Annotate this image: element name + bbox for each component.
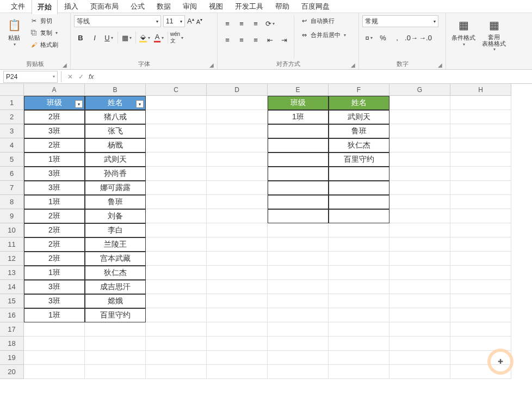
cell-E9[interactable] [268, 209, 329, 223]
menu-item-9[interactable]: 帮助 [270, 0, 295, 14]
cell-C6[interactable] [146, 167, 207, 181]
cell-G16[interactable] [389, 308, 450, 322]
col-header-D[interactable]: D [207, 84, 268, 96]
cell-C10[interactable] [146, 223, 207, 237]
cell-A15[interactable]: 3班 [24, 294, 85, 308]
cell-F18[interactable] [329, 337, 389, 351]
table-format-button[interactable]: ▦ 套用 表格格式 [480, 15, 508, 54]
cell-C17[interactable] [146, 322, 207, 337]
row-header-4[interactable]: 4 [0, 138, 24, 152]
name-box[interactable]: P24▾ [3, 71, 58, 83]
row-header-6[interactable]: 6 [0, 167, 24, 181]
cell-B11[interactable]: 兰陵王 [85, 237, 146, 252]
cell-F5[interactable]: 百里守约 [329, 152, 389, 167]
cell-H12[interactable] [450, 252, 511, 266]
cell-B4[interactable]: 杨戬 [85, 138, 146, 152]
filter-icon[interactable]: ▾ [75, 100, 83, 108]
cell-G13[interactable] [389, 266, 450, 280]
dialog-launcher-icon[interactable]: ◢ [209, 62, 214, 68]
dialog-launcher-icon[interactable]: ◢ [63, 62, 67, 68]
align-top-icon[interactable]: ≡ [221, 17, 234, 29]
cell-C1[interactable] [146, 96, 207, 110]
menu-item-3[interactable]: 页面布局 [85, 0, 124, 14]
cell-A1[interactable]: 班级▾ [24, 96, 85, 110]
cell-E19[interactable] [268, 351, 329, 365]
dialog-launcher-icon[interactable]: ◢ [438, 62, 442, 68]
cell-G1[interactable] [389, 96, 450, 110]
cell-E13[interactable] [268, 266, 329, 280]
row-header-19[interactable]: 19 [0, 351, 24, 365]
cell-B15[interactable]: 嫦娥 [85, 294, 146, 308]
font-color-button[interactable]: A [152, 32, 165, 44]
cell-B14[interactable]: 成吉思汗 [85, 280, 146, 294]
cell-D11[interactable] [207, 237, 268, 252]
border-button[interactable]: ▦ [120, 32, 133, 44]
cell-E8[interactable] [268, 195, 329, 209]
cell-B10[interactable]: 李白 [85, 223, 146, 237]
cancel-formula-button[interactable]: ✕ [65, 71, 76, 82]
cut-button[interactable]: ✂剪切 [27, 15, 60, 26]
decrease-indent-icon[interactable]: ⇤ [263, 34, 276, 46]
menu-item-4[interactable]: 公式 [125, 0, 150, 14]
cell-G17[interactable] [389, 322, 450, 337]
cell-C3[interactable] [146, 124, 207, 138]
cell-D20[interactable] [207, 365, 268, 379]
cell-B18[interactable] [85, 337, 146, 351]
col-header-E[interactable]: E [268, 84, 329, 96]
cell-F10[interactable] [329, 223, 389, 237]
col-header-A[interactable]: A [24, 84, 85, 96]
cell-H9[interactable] [450, 209, 511, 223]
cell-H11[interactable] [450, 237, 511, 252]
cell-A2[interactable]: 2班 [24, 110, 85, 124]
cell-D6[interactable] [207, 167, 268, 181]
fx-icon[interactable]: fx [89, 73, 94, 81]
row-header-15[interactable]: 15 [0, 294, 24, 308]
format-painter-button[interactable]: 🖌格式刷 [27, 39, 60, 50]
cell-C11[interactable] [146, 237, 207, 252]
cell-C2[interactable] [146, 110, 207, 124]
bold-button[interactable]: B [74, 32, 87, 44]
menu-item-7[interactable]: 视图 [203, 0, 228, 14]
cell-H15[interactable] [450, 294, 511, 308]
cell-G9[interactable] [389, 209, 450, 223]
cell-E2[interactable]: 1班 [268, 110, 329, 124]
row-header-14[interactable]: 14 [0, 280, 24, 294]
cell-C9[interactable] [146, 209, 207, 223]
conditional-format-button[interactable]: ▦ 条件格式 [449, 15, 478, 49]
menu-item-5[interactable]: 数据 [151, 0, 176, 14]
cell-H18[interactable] [450, 337, 511, 351]
cell-C5[interactable] [146, 152, 207, 167]
decrease-font-icon[interactable]: A▾ [196, 17, 202, 25]
underline-button[interactable]: U [102, 32, 115, 44]
row-header-17[interactable]: 17 [0, 322, 24, 337]
cell-G2[interactable] [389, 110, 450, 124]
cell-E3[interactable] [268, 124, 329, 138]
cell-F14[interactable] [329, 280, 389, 294]
cell-F11[interactable] [329, 237, 389, 252]
cell-D4[interactable] [207, 138, 268, 152]
dialog-launcher-icon[interactable]: ◢ [351, 62, 355, 68]
cell-B9[interactable]: 刘备 [85, 209, 146, 223]
cell-F6[interactable] [329, 167, 389, 181]
cell-A20[interactable] [24, 365, 85, 379]
increase-indent-icon[interactable]: ⇥ [277, 34, 290, 46]
cell-F17[interactable] [329, 322, 389, 337]
cell-D1[interactable] [207, 96, 268, 110]
cell-C19[interactable] [146, 351, 207, 365]
row-header-20[interactable]: 20 [0, 365, 24, 379]
fill-color-button[interactable]: ⬙ [138, 32, 151, 44]
cell-D8[interactable] [207, 195, 268, 209]
row-header-7[interactable]: 7 [0, 181, 24, 195]
cell-C8[interactable] [146, 195, 207, 209]
select-all-corner[interactable] [0, 84, 24, 96]
cell-G5[interactable] [389, 152, 450, 167]
merge-center-button[interactable]: ⇔合并后居中 [298, 29, 348, 40]
cell-A4[interactable]: 2班 [24, 138, 85, 152]
cell-H2[interactable] [450, 110, 511, 124]
align-middle-icon[interactable]: ≡ [235, 17, 248, 29]
cell-H10[interactable] [450, 223, 511, 237]
cell-G4[interactable] [389, 138, 450, 152]
cell-C15[interactable] [146, 294, 207, 308]
cell-D9[interactable] [207, 209, 268, 223]
cell-E10[interactable] [268, 223, 329, 237]
